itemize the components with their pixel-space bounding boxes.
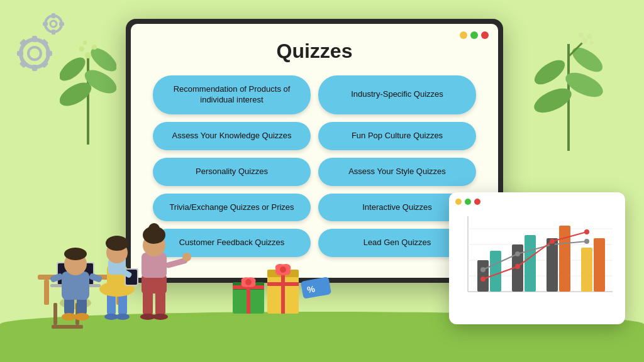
svg-rect-5 — [46, 51, 52, 56]
quiz-title: Quizzes — [140, 40, 489, 63]
svg-rect-41 — [477, 260, 489, 292]
quiz-btn-4[interactable]: Fun Pop Culture Quizzes — [318, 122, 476, 150]
svg-rect-47 — [581, 248, 592, 292]
svg-rect-13 — [52, 30, 55, 35]
svg-point-73 — [64, 248, 87, 260]
svg-rect-44 — [525, 235, 536, 292]
svg-point-28 — [534, 55, 569, 89]
svg-point-53 — [480, 277, 486, 282]
svg-rect-48 — [594, 238, 605, 292]
people-scene — [19, 158, 220, 337]
svg-point-49 — [480, 267, 486, 272]
svg-rect-113 — [301, 277, 331, 299]
control-dot-green — [470, 31, 478, 39]
svg-point-34 — [590, 41, 594, 45]
svg-point-84 — [106, 236, 128, 251]
svg-point-32 — [587, 34, 592, 39]
control-dot-red — [481, 31, 489, 39]
chart-dot-yellow — [455, 199, 462, 205]
svg-point-23 — [92, 45, 97, 50]
svg-rect-8 — [19, 60, 28, 69]
svg-point-79 — [116, 314, 130, 320]
svg-point-24 — [83, 41, 87, 45]
svg-point-1 — [28, 47, 41, 60]
svg-rect-14 — [43, 22, 48, 26]
svg-rect-71 — [62, 272, 89, 300]
svg-point-50 — [515, 251, 520, 256]
chart-area — [455, 210, 619, 310]
svg-point-56 — [584, 229, 589, 234]
plant-left — [60, 19, 116, 147]
svg-rect-108 — [281, 270, 285, 314]
svg-point-91 — [153, 314, 168, 320]
svg-point-11 — [50, 21, 57, 27]
svg-rect-3 — [32, 65, 37, 71]
svg-rect-6 — [19, 39, 28, 47]
plant-right — [534, 13, 603, 153]
svg-point-54 — [515, 264, 520, 269]
svg-point-31 — [581, 38, 587, 44]
svg-point-70 — [74, 313, 89, 321]
svg-rect-4 — [17, 51, 23, 56]
svg-rect-62 — [52, 325, 83, 329]
svg-point-33 — [579, 33, 584, 38]
svg-rect-46 — [559, 226, 570, 292]
chart-dot-green — [465, 199, 471, 205]
svg-point-105 — [245, 279, 252, 285]
chart-window-controls — [455, 199, 619, 205]
svg-point-52 — [584, 239, 589, 244]
quiz-btn-2[interactable]: Industry-Specific Quizzes — [318, 75, 476, 114]
svg-rect-12 — [52, 13, 55, 18]
svg-rect-2 — [32, 36, 37, 42]
quiz-btn-3[interactable]: Assess Your Knowledge Quizzes — [153, 122, 311, 150]
monitor-controls — [460, 31, 489, 39]
svg-rect-42 — [490, 251, 501, 292]
svg-point-112 — [280, 266, 286, 273]
chart-dot-red — [474, 199, 480, 205]
svg-point-29 — [569, 43, 603, 76]
svg-point-21 — [85, 52, 91, 58]
quiz-btn-6[interactable]: Assess Your Style Quizzes — [318, 158, 476, 186]
quiz-btn-1[interactable]: Recommendation of Products of individual… — [153, 75, 311, 114]
svg-point-98 — [182, 253, 191, 261]
svg-point-19 — [60, 53, 89, 85]
svg-rect-60 — [53, 303, 57, 325]
svg-rect-109 — [267, 282, 299, 286]
control-dot-yellow — [460, 31, 467, 39]
svg-point-96 — [148, 223, 160, 234]
chart-window — [449, 192, 625, 324]
gifts-decoration: % — [233, 260, 333, 326]
svg-point-22 — [79, 47, 84, 52]
svg-point-55 — [550, 239, 555, 244]
svg-rect-58 — [44, 280, 49, 305]
